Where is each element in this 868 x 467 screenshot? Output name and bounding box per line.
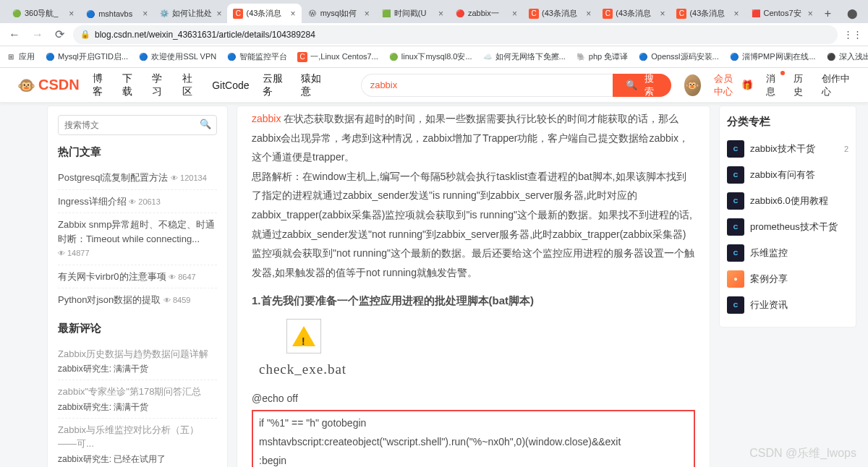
category-item[interactable]: Czabbix技术干货2 [727,136,848,162]
tab-8[interactable]: C(43条消息× [597,4,671,23]
tab-10[interactable]: 🟥Centos7安× [745,4,819,23]
highlighted-code: if "%1" == "h" gotobegin mshtavbscript:c… [252,410,695,467]
left-sidebar: 🔍 热门文章 Postgresql流复制配置方法 👁120134 Ingress… [47,106,228,467]
back-button[interactable]: ← [6,27,23,43]
nav-cloud[interactable]: 云服务 [263,72,288,98]
category-thumb: C [727,140,744,158]
hot-article-item[interactable]: Ingress详细介绍 👁20613 [58,190,217,214]
close-icon[interactable]: × [216,9,221,19]
bookmark-item[interactable]: 🔵Openssl源码安装... [638,51,719,62]
bookmark-item[interactable]: 🔵淄博PMP网课|在线... [729,51,816,62]
bookmark-item[interactable]: C一,Linux Centos7... [297,51,378,62]
bookmark-item[interactable]: 🐘php 免谭译 [576,51,628,62]
category-item[interactable]: C行业资讯 [727,292,848,318]
nav-download[interactable]: 下载 [122,72,139,98]
hot-articles-title: 热门文章 [58,145,217,159]
hot-article-item[interactable]: Postgresql流复制配置方法 👁120134 [58,166,217,190]
close-icon[interactable]: × [438,9,443,19]
category-thumb: C [727,244,744,262]
comment-item[interactable]: Zabbix与乐维监控对比分析（五）——可...zabbix研究生: 已经在试用… [58,419,217,468]
csdn-logo[interactable]: 🐵CSDN [17,77,80,94]
vip-link[interactable]: 会员中心🎁 [714,72,753,98]
section-heading: 1.首先我们要准备一个监控应用进程的批处理脚本(bat脚本) [252,291,695,312]
close-icon[interactable]: × [365,9,370,19]
bookmarks-bar: ⊞应用 🔵Mysql开启GTID启... 🔵欢迎使用SSL VPN 🔵智能监控平… [0,46,868,68]
nav-yuanruyi[interactable]: 猿如意 [301,72,326,98]
url-field[interactable]: 🔒 blog.csdn.net/weixin_43631631/article/… [73,25,838,44]
tab-3-active[interactable]: C(43条消息× [227,4,301,23]
create-link[interactable]: 创作中心 [822,72,851,98]
tab-9[interactable]: C(43条消息× [671,4,744,23]
search-input[interactable] [361,74,613,97]
close-icon[interactable]: × [586,9,591,19]
notification-dot [780,71,785,75]
favicon: 🟩 [381,9,391,19]
article-para: 思路解析：在window主机上,编写一个每隔5秒就会执行tasklist查看进程… [252,167,695,283]
category-item[interactable]: ●案例分享 [727,266,848,292]
hot-article-item[interactable]: Python对json数据的提取 👁8459 [58,288,217,312]
bookmark-item[interactable]: 🔵欢迎使用SSL VPN [138,51,216,62]
category-thumb: C [727,218,744,236]
category-item[interactable]: Czabbix有问有答 [727,162,848,188]
nav-blog[interactable]: 博客 [93,72,109,98]
category-item[interactable]: Cprometheus技术干货 [727,214,848,240]
close-icon[interactable]: × [142,9,148,19]
close-icon[interactable]: × [734,9,739,19]
tab-0[interactable]: 🟢360导航_× [6,4,80,23]
eye-icon: 👁 [163,295,171,306]
tab-6[interactable]: 🔴zabbix一× [449,4,523,23]
bookmark-item[interactable]: ☁️如何无网络下免擦... [482,51,566,62]
blog-search-input[interactable] [58,115,217,135]
favicon: 🔵 [85,9,95,19]
bookmark-item[interactable]: 🟢linux下mysql8.0安... [388,51,472,62]
right-sidebar: 分类专栏 Czabbix技术干货2 Czabbix有问有答 Czabbix6.0… [719,106,856,327]
bookmark-item[interactable]: 🔵Mysql开启GTID启... [45,51,128,62]
nav-gitcode[interactable]: GitCode [212,80,249,91]
hot-article-item[interactable]: Zabbix snmp异常超时、不稳定、时通时断：Timeout while c… [58,213,217,265]
bat-file-icon [286,319,321,354]
extension-icon[interactable]: ⋮⋮ [843,29,862,40]
category-item[interactable]: C乐维监控 [727,240,848,266]
close-icon[interactable]: × [69,9,74,19]
comment-item[interactable]: zabbix"专家坐诊"第178期问答汇总zabbix研究生: 满满干货 [58,380,217,419]
nav-learn[interactable]: 学习 [152,72,169,98]
browser-tabs: 🟢360导航_× 🔵mshtavbs× ⚙️如何让批处× C(43条消息× Ⓦm… [0,0,868,23]
close-icon[interactable]: × [660,9,665,19]
code-block: @echo off if "%1" == "h" gotobegin mshta… [252,390,695,467]
tab-7[interactable]: C(43条消息× [523,4,597,23]
tab-1[interactable]: 🔵mshtavbs× [80,4,153,23]
bookmark-item[interactable]: 🔵智能监控平台 [226,51,287,62]
comment-item[interactable]: Zabbix历史数据与趋势数据问题详解zabbix研究生: 满满干货 [58,343,217,381]
nav-community[interactable]: 社区 [182,72,199,98]
category-thumb: C [727,296,744,314]
bookmark-apps[interactable]: ⊞应用 [6,51,35,62]
tab-2[interactable]: ⚙️如何让批处× [153,4,227,23]
avatar[interactable]: 🐵 [684,74,701,96]
forward-button[interactable]: → [29,27,46,43]
tab-4[interactable]: Ⓦmysql如何× [302,4,375,23]
close-icon[interactable]: × [291,9,296,19]
favicon: ⚙️ [159,9,169,19]
favicon: 🟢 [12,9,22,19]
site-header: 🐵CSDN 博客 下载 学习 社区 GitCode 云服务 猿如意 🔍搜索 🐵 … [0,68,868,103]
favicon: C [603,9,613,19]
latest-comments-title: 最新评论 [58,322,217,335]
category-item[interactable]: Czabbix6.0使用教程 [727,188,848,214]
close-icon[interactable]: × [808,9,813,19]
eye-icon: 👁 [58,248,65,259]
favicon: C [529,9,539,19]
search-icon[interactable]: 🔍 [200,119,211,129]
history-link[interactable]: 历史 [793,72,808,98]
search-button[interactable]: 🔍搜索 [613,74,671,97]
favicon: 🟥 [751,9,761,19]
hot-article-item[interactable]: 有关网卡virbr0的注意事项 👁8647 [58,265,217,289]
close-icon[interactable]: × [512,9,517,19]
gift-icon: 🎁 [741,80,753,90]
reload-button[interactable]: ⟳ [52,26,67,43]
url-text: blog.csdn.net/weixin_43631631/article/de… [95,30,315,40]
article-para: zabbix 在状态获取数据有超时的时间，如果一些数据需要执行比较长的时间才能获… [252,109,695,167]
tab-5[interactable]: 🟩时间戳(U× [375,4,449,23]
messages-link[interactable]: 消息 [766,72,780,98]
new-tab-button[interactable]: + [819,4,837,23]
bookmark-item[interactable]: ⚫深入浅出Docker电... [826,51,868,62]
